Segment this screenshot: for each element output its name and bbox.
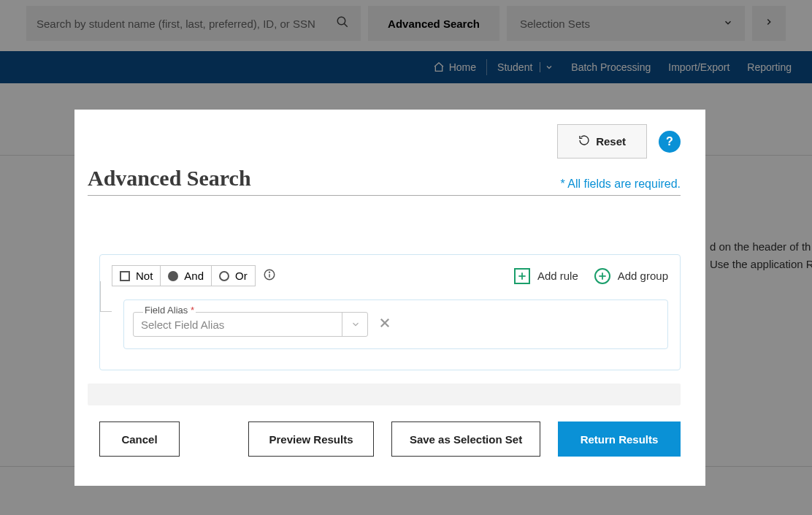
add-rule-button[interactable]: Add rule <box>514 268 578 284</box>
add-group-label: Add group <box>618 270 668 282</box>
radio-empty-icon <box>219 271 229 281</box>
logic-not-label: Not <box>136 270 153 282</box>
query-builder: Not And Or <box>99 254 681 370</box>
save-selection-set-button[interactable]: Save as Selection Set <box>391 421 540 457</box>
logic-and-toggle[interactable]: And <box>161 265 212 286</box>
logic-or-label: Or <box>235 270 248 282</box>
field-alias-label-text: Field Alias <box>145 305 188 316</box>
checkbox-empty-icon <box>120 271 130 281</box>
field-alias-label: Field Alias * <box>143 305 196 316</box>
rule-connector <box>100 281 112 312</box>
radio-filled-icon <box>168 271 178 281</box>
add-rule-label: Add rule <box>537 270 578 282</box>
reset-label: Reset <box>596 135 626 148</box>
help-button[interactable]: ? <box>659 131 681 153</box>
field-alias-select[interactable]: Select Field Alias <box>133 312 368 337</box>
plus-square-icon <box>514 268 530 284</box>
return-results-button[interactable]: Return Results <box>558 421 681 457</box>
add-group-button[interactable]: Add group <box>594 268 668 284</box>
svg-point-4 <box>269 272 269 272</box>
cancel-button[interactable]: Cancel <box>99 421 180 457</box>
rule-row: Field Alias * Select Field Alias <box>123 300 668 349</box>
field-alias-select-wrap: Field Alias * Select Field Alias <box>133 312 368 337</box>
reset-icon <box>578 134 590 148</box>
plus-circle-icon <box>594 268 610 284</box>
logic-and-label: And <box>184 270 204 282</box>
modal-title: Advanced Search <box>88 166 251 191</box>
results-placeholder-bar <box>88 384 681 405</box>
required-asterisk: * <box>191 305 194 316</box>
logic-operator-group: Not And Or <box>112 265 256 286</box>
info-icon[interactable] <box>263 268 276 284</box>
reset-button[interactable]: Reset <box>557 124 647 159</box>
required-fields-note: * All fields are required. <box>560 178 681 191</box>
preview-results-button[interactable]: Preview Results <box>248 421 374 457</box>
remove-rule-button[interactable] <box>378 316 391 332</box>
advanced-search-modal: Reset ? Advanced Search * All fields are… <box>74 110 705 486</box>
logic-not-toggle[interactable]: Not <box>112 265 161 286</box>
chevron-down-icon[interactable] <box>342 312 368 337</box>
logic-or-toggle[interactable]: Or <box>212 265 256 286</box>
